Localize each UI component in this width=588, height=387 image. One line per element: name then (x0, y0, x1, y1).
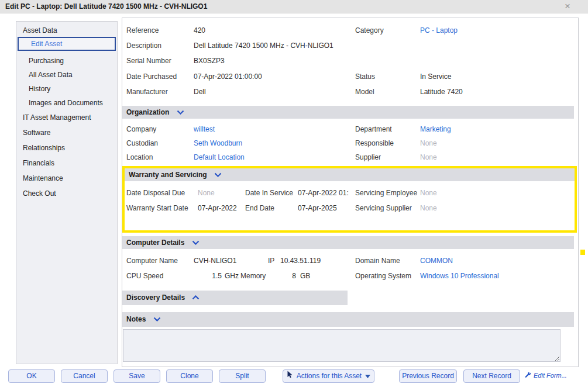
manufacturer-value: Dell (194, 88, 206, 96)
responsible-value: None (420, 139, 437, 147)
sidebar-item-history[interactable]: History (16, 82, 117, 95)
sidebar-item-it-asset-management[interactable]: IT Asset Management (16, 111, 117, 124)
category-value-link[interactable]: PC - Laptop (420, 26, 458, 34)
description-label: Description (126, 42, 161, 50)
computer-name-label: Computer Name (126, 257, 178, 265)
field-row: Custodian Seth Woodburn Responsible None (122, 139, 574, 148)
asset-form-panel: Reference 420 Category PC - Laptop Descr… (122, 18, 579, 367)
dialog-titlebar: Edit PC - Laptop: Dell Latitude 7420 150… (0, 0, 588, 13)
end-date-value: 07-Apr-2025 (298, 204, 337, 212)
sidebar-item-images-documents[interactable]: Images and Documents (16, 96, 117, 109)
serial-number-label: Serial Number (126, 57, 171, 65)
date-disposal-due-value: None (198, 189, 215, 197)
custodian-label: Custodian (126, 139, 158, 147)
chevron-down-icon[interactable] (153, 315, 161, 323)
save-button[interactable]: Save (114, 369, 160, 383)
notes-textarea[interactable] (123, 329, 561, 362)
sidebar-item-all-asset-data[interactable]: All Asset Data (16, 68, 117, 81)
field-row: Company willtest Department Marketing (122, 125, 574, 134)
domain-name-value-link[interactable]: COMMON (420, 257, 453, 265)
custodian-value-link[interactable]: Seth Woodburn (194, 139, 242, 147)
field-row: Computer Name CVH-NLIGO1 IP 10.43.51.119… (122, 257, 574, 266)
previous-record-button[interactable]: Previous Record (399, 369, 457, 383)
clone-button[interactable]: Clone (166, 369, 213, 383)
field-row: Location Default Location Supplier None (122, 153, 574, 163)
field-row: CPU Speed 1.5 GHz Memory 8 GB Operating … (122, 272, 574, 281)
servicing-employee-label: Servicing Employee (355, 189, 417, 197)
computer-details-section-title: Computer Details (122, 236, 184, 249)
notes-section-header: Notes (122, 312, 574, 327)
ok-button[interactable]: OK (8, 369, 55, 383)
warranty-start-date-value: 07-Apr-2022 (198, 204, 237, 212)
sidebar-item-maintenance[interactable]: Maintenance (16, 172, 117, 185)
organization-section-title: Organization (122, 106, 169, 119)
department-value-link[interactable]: Marketing (420, 125, 451, 133)
computer-name-value: CVH-NLIGO1 (194, 257, 236, 265)
cancel-button[interactable]: Cancel (61, 369, 108, 383)
field-row: Date Disposal Due None Date In Service 0… (125, 189, 576, 198)
department-label: Department (355, 125, 392, 133)
sidebar-item-relationships[interactable]: Relationships (16, 141, 117, 154)
warranty-section-highlight: Warranty and Servicing Date Disposal Due… (122, 166, 577, 233)
discovery-details-section-title: Discovery Details (122, 291, 185, 305)
operating-system-label: Operating System (355, 272, 411, 280)
field-row: Serial Number BX0SZP3 (122, 57, 574, 66)
domain-name-label: Domain Name (355, 257, 400, 265)
company-label: Company (126, 125, 156, 133)
next-record-button[interactable]: Next Record (463, 369, 520, 383)
date-purchased-value: 07-Apr-2022 01:00:00 (194, 72, 262, 81)
close-icon[interactable]: × (562, 1, 573, 12)
ip-value: 10.43.51.119 (280, 257, 321, 265)
servicing-employee-value: None (420, 189, 437, 197)
supplier-value: None (420, 153, 437, 161)
field-row: Reference 420 Category PC - Laptop (122, 26, 574, 36)
split-button[interactable]: Split (219, 369, 266, 383)
sidebar-item-purchasing[interactable]: Purchasing (16, 54, 117, 67)
reference-value: 420 (194, 26, 205, 34)
warranty-start-date-label: Warranty Start Date (126, 204, 188, 212)
wrench-icon (524, 371, 531, 379)
warranty-section-header: Warranty and Servicing (125, 168, 575, 181)
sidebar-item-check-out[interactable]: Check Out (16, 187, 117, 200)
memory-label: Memory (240, 272, 266, 280)
highlight-marker (580, 250, 585, 255)
field-row: Date Purchased 07-Apr-2022 01:00:00 Stat… (122, 72, 574, 82)
chevron-down-icon[interactable] (177, 108, 184, 116)
edit-form-label: Edit Form... (534, 372, 567, 379)
chevron-down-icon[interactable] (192, 239, 200, 247)
edit-form-link[interactable]: Edit Form... (524, 371, 567, 379)
manufacturer-label: Manufacturer (126, 88, 168, 96)
chevron-down-icon[interactable] (214, 171, 222, 179)
cpu-speed-value: 1.5 (194, 272, 222, 280)
sidebar-item-edit-asset[interactable]: Edit Asset (18, 37, 116, 51)
sidebar-item-financials[interactable]: Financials (16, 157, 117, 170)
memory-value: 8 (269, 272, 296, 280)
status-value: In Service (420, 72, 451, 81)
description-value: Dell Latitude 7420 1500 MHz - CVH-NLIGO1 (194, 42, 333, 50)
field-row: Manufacturer Dell Model Latitude 7420 (122, 88, 574, 97)
warranty-section-title: Warranty and Servicing (125, 168, 207, 181)
operating-system-value-link[interactable]: Windows 10 Professional (420, 272, 499, 280)
field-row: Warranty Start Date 07-Apr-2022 End Date… (125, 204, 576, 213)
edit-asset-dialog: Edit PC - Laptop: Dell Latitude 7420 150… (0, 0, 588, 387)
status-label: Status (355, 72, 375, 81)
discovery-details-section-header: Discovery Details (122, 291, 348, 305)
company-value-link[interactable]: willtest (194, 125, 215, 133)
notes-section-title: Notes (122, 312, 146, 327)
memory-unit: GB (300, 272, 310, 280)
date-disposal-due-label: Date Disposal Due (126, 189, 185, 197)
actions-for-asset-button[interactable]: Actions for this Asset (283, 369, 374, 383)
chevron-up-icon[interactable] (192, 293, 200, 302)
serial-number-value: BX0SZP3 (194, 57, 225, 65)
sidebar-item-software[interactable]: Software (16, 126, 117, 139)
sidebar-item-asset-data[interactable]: Asset Data (16, 24, 117, 37)
location-label: Location (126, 153, 153, 161)
sidebar-nav: Asset Data Edit Asset Purchasing All Ass… (16, 21, 118, 364)
servicing-supplier-label: Servicing Supplier (355, 204, 412, 212)
reference-label: Reference (126, 26, 159, 34)
cpu-speed-label: CPU Speed (126, 272, 163, 280)
location-value-link[interactable]: Default Location (194, 153, 245, 161)
model-label: Model (355, 88, 374, 96)
dialog-title: Edit PC - Laptop: Dell Latitude 7420 150… (5, 2, 207, 11)
responsible-label: Responsible (355, 139, 394, 147)
